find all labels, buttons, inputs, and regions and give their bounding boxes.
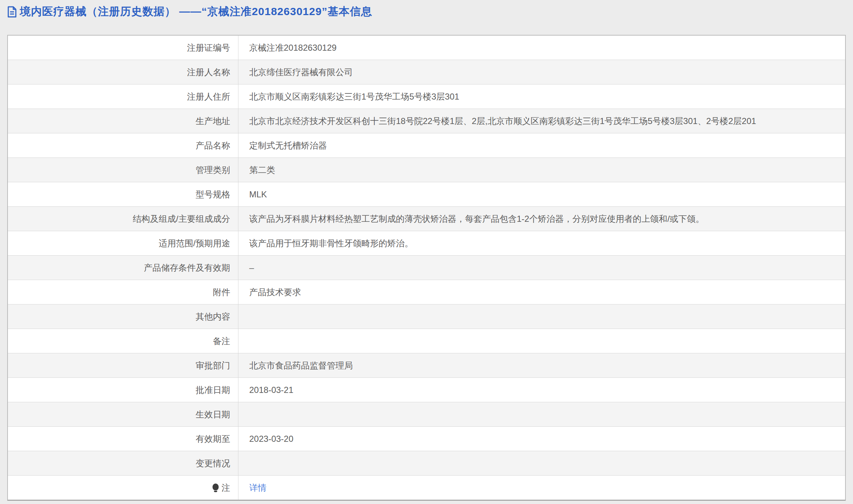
table-row: 结构及组成/主要组成成分 该产品为牙科膜片材料经热塑工艺制成的薄壳状矫治器，每套…	[8, 206, 845, 231]
row-value: 北京市食品药品监督管理局	[238, 353, 845, 377]
table-row: 备注	[8, 329, 845, 353]
row-label-text: 注	[222, 482, 230, 494]
registration-info-table: 注册证编号 京械注准20182630129 注册人名称 北京缔佳医疗器械有限公司…	[7, 35, 846, 501]
row-value: 京械注准20182630129	[238, 36, 845, 60]
row-label: 生效日期	[8, 402, 238, 426]
row-label: 变更情况	[8, 451, 238, 475]
row-value: 2023-03-20	[238, 427, 845, 451]
row-label: 审批部门	[8, 353, 238, 377]
row-label: 结构及组成/主要组成成分	[8, 207, 238, 231]
table-row: 变更情况	[8, 451, 845, 475]
page-title: 境内医疗器械（注册历史数据） ——“京械注准20182630129”基本信息	[20, 4, 372, 19]
row-label: 生产地址	[8, 109, 238, 133]
row-label: 附件	[8, 280, 238, 304]
detail-link[interactable]: 详情	[249, 482, 266, 494]
row-value: 产品技术要求	[238, 280, 845, 304]
table-row-note: 注 详情	[8, 475, 845, 500]
table-row: 产品名称 定制式无托槽矫治器	[8, 133, 845, 157]
table-row: 适用范围/预期用途 该产品用于恒牙期非骨性牙颌畸形的矫治。	[8, 231, 845, 255]
row-label: 注册证编号	[8, 36, 238, 60]
row-label: 管理类别	[8, 158, 238, 182]
row-value: 该产品用于恒牙期非骨性牙颌畸形的矫治。	[238, 231, 845, 255]
row-label: 适用范围/预期用途	[8, 231, 238, 255]
table-row: 批准日期 2018-03-21	[8, 377, 845, 402]
table-row: 产品储存条件及有效期 –	[8, 255, 845, 280]
row-label: 有效期至	[8, 427, 238, 451]
row-value: 北京缔佳医疗器械有限公司	[238, 60, 845, 84]
table-row: 注册证编号 京械注准20182630129	[8, 36, 845, 60]
table-row: 生产地址 北京市北京经济技术开发区科创十三街18号院22号楼1层、2层,北京市顺…	[8, 109, 845, 133]
row-value	[238, 451, 845, 475]
row-value: 定制式无托槽矫治器	[238, 133, 845, 157]
table-row: 生效日期	[8, 402, 845, 426]
row-value: MLK	[238, 182, 845, 206]
row-value: 北京市北京经济技术开发区科创十三街18号院22号楼1层、2层,北京市顺义区南彩镇…	[238, 109, 845, 133]
note-bulb-icon	[213, 484, 219, 492]
table-row: 注册人名称 北京缔佳医疗器械有限公司	[8, 60, 845, 84]
document-icon	[7, 6, 17, 18]
row-label: 其他内容	[8, 304, 238, 329]
row-value: 2018-03-21	[238, 378, 845, 402]
table-row: 管理类别 第二类	[8, 157, 845, 182]
table-row: 型号规格 MLK	[8, 182, 845, 206]
row-value	[238, 304, 845, 329]
row-label: 型号规格	[8, 182, 238, 206]
row-label: 注册人住所	[8, 84, 238, 109]
table-row: 审批部门 北京市食品药品监督管理局	[8, 353, 845, 377]
row-label: 注册人名称	[8, 60, 238, 84]
row-value	[238, 402, 845, 426]
row-value: 详情	[238, 476, 845, 500]
row-label: 批准日期	[8, 378, 238, 402]
table-row: 其他内容	[8, 304, 845, 329]
table-row: 附件 产品技术要求	[8, 280, 845, 304]
table-row: 注册人住所 北京市顺义区南彩镇彩达三街1号茂华工场5号楼3层301	[8, 84, 845, 109]
page-header: 境内医疗器械（注册历史数据） ——“京械注准20182630129”基本信息	[7, 4, 372, 19]
row-value	[238, 329, 845, 353]
page: 境内医疗器械（注册历史数据） ——“京械注准20182630129”基本信息 注…	[0, 0, 853, 504]
row-label: 产品名称	[8, 133, 238, 157]
row-label: 注	[8, 476, 238, 500]
table-row: 有效期至 2023-03-20	[8, 426, 845, 451]
row-value: 北京市顺义区南彩镇彩达三街1号茂华工场5号楼3层301	[238, 84, 845, 109]
row-label: 备注	[8, 329, 238, 353]
row-label: 产品储存条件及有效期	[8, 256, 238, 280]
row-value: 该产品为牙科膜片材料经热塑工艺制成的薄壳状矫治器，每套产品包含1-2个矫治器，分…	[238, 207, 845, 231]
row-value: –	[238, 256, 845, 280]
row-value: 第二类	[238, 158, 845, 182]
